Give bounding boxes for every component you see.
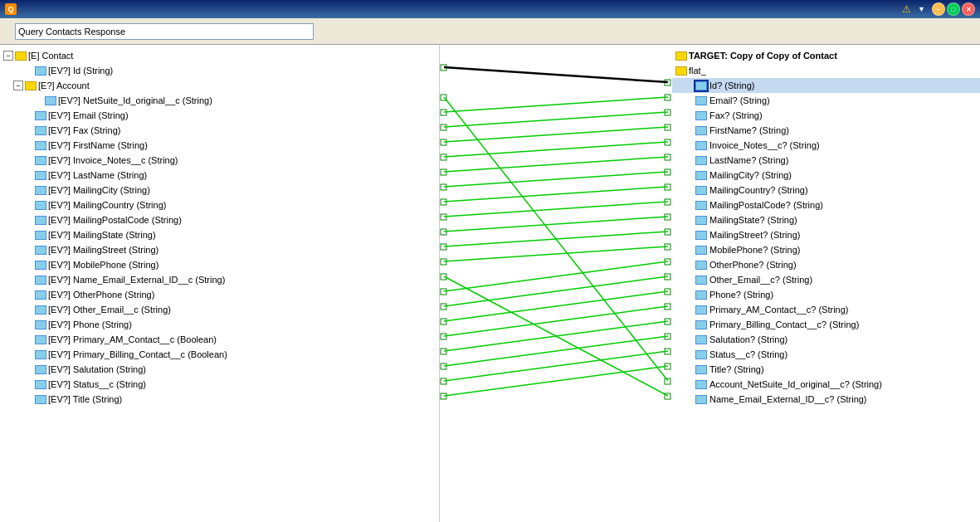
right-node-label: FirstName? (String) <box>709 125 789 135</box>
left-node-salutation[interactable]: [EV?] Salutation (String) <box>0 362 439 377</box>
folder-icon <box>25 81 37 90</box>
right-node-r_title[interactable]: Title? (String) <box>672 362 980 377</box>
left-node-invoice_notes[interactable]: [EV?] Invoice_Notes__c (String) <box>0 153 439 168</box>
left-node-primary_billing[interactable]: [EV?] Primary_Billing_Contact__c (Boolea… <box>0 347 439 362</box>
window-controls: − □ ✕ <box>932 2 975 16</box>
left-node-otherphone[interactable]: [EV?] OtherPhone (String) <box>0 287 439 302</box>
field-icon <box>35 201 46 210</box>
right-node-label: Email? (String) <box>709 95 770 105</box>
svg-rect-42 <box>665 378 670 384</box>
svg-line-54 <box>444 217 668 232</box>
right-node-label: MobilePhone? (String) <box>709 245 800 255</box>
svg-rect-4 <box>441 139 446 145</box>
field-icon <box>35 141 46 150</box>
right-node-r_mailingcountry[interactable]: MailingCountry? (String) <box>672 183 980 198</box>
svg-line-63 <box>444 336 668 366</box>
minimize-button[interactable]: − <box>932 2 945 16</box>
right-node-r_mailingstreet[interactable]: MailingStreet? (String) <box>672 227 980 242</box>
left-node-name_email[interactable]: [EV?] Name_Email_External_ID__c (String) <box>0 272 439 287</box>
right-node-r_fax[interactable]: Fax? (String) <box>672 108 980 123</box>
title-bar: Q ⚠ ▼ − □ ✕ <box>0 0 980 18</box>
field-icon <box>35 126 46 135</box>
flat-node[interactable]: flat_ <box>672 63 980 78</box>
right-node-r_phone[interactable]: Phone? (String) <box>672 287 980 302</box>
svg-rect-31 <box>665 214 670 220</box>
left-node-status_c[interactable]: [EV?] Status__c (String) <box>0 377 439 392</box>
left-node-mailingstate[interactable]: [EV?] MailingState (String) <box>0 227 439 242</box>
left-node-mailingcountry[interactable]: [EV?] MailingCountry (String) <box>0 198 439 212</box>
left-node-primary_am[interactable]: [EV?] Primary_AM_Contact__c (Boolean) <box>0 332 439 347</box>
svg-rect-21 <box>441 393 446 399</box>
right-node-r_invoice_notes[interactable]: Invoice_Notes__c? (String) <box>672 138 980 153</box>
status-dropdown-arrow[interactable]: ▼ <box>918 5 925 13</box>
node-label: [EV?] Invoice_Notes__c (String) <box>48 155 178 165</box>
right-node-r_primary_am[interactable]: Primary_AM_Contact__c? (String) <box>672 302 980 317</box>
right-node-label: MailingStreet? (String) <box>709 230 800 240</box>
right-node-r_email[interactable]: Email? (String) <box>672 93 980 108</box>
left-node-other_email[interactable]: [EV?] Other_Email__c (String) <box>0 302 439 317</box>
expand-icon[interactable]: − <box>3 51 13 61</box>
svg-line-65 <box>444 366 668 396</box>
right-node-label: Primary_AM_Contact__c? (String) <box>709 305 849 315</box>
svg-rect-23 <box>665 95 670 100</box>
node-label: [EV?] MailingStreet (String) <box>48 245 158 255</box>
left-node-phone[interactable]: [EV?] Phone (String) <box>0 317 439 332</box>
right-field-icon <box>695 395 707 404</box>
field-icon <box>35 246 46 255</box>
right-node-r_account_netsuite[interactable]: Account_NetSuite_Id_original__c? (String… <box>672 377 980 392</box>
right-node-r_id[interactable]: Id? (String) <box>672 78 980 93</box>
node-label: [EV?] Phone (String) <box>48 320 132 329</box>
left-node-account[interactable]: −[E?] Account <box>0 78 439 93</box>
svg-line-49 <box>444 142 668 157</box>
svg-line-44 <box>444 67 668 82</box>
right-field-icon <box>695 96 707 105</box>
right-node-r_salutation[interactable]: Salutation? (String) <box>672 332 980 347</box>
left-node-ev_id[interactable]: [EV?] Id (String) <box>0 63 439 78</box>
left-node-lastname[interactable]: [EV?] LastName (String) <box>0 168 439 183</box>
right-node-r_mailingpostalcode[interactable]: MailingPostalCode? (String) <box>672 198 980 212</box>
left-node-mailingcity[interactable]: [EV?] MailingCity (String) <box>0 183 439 198</box>
svg-rect-1 <box>441 95 446 100</box>
svg-line-57 <box>444 276 668 396</box>
name-input[interactable] <box>15 23 314 40</box>
flat-folder-icon <box>675 66 687 76</box>
field-icon <box>45 96 56 105</box>
left-node-title[interactable]: [EV?] Title (String) <box>0 392 439 407</box>
right-node-r_name_email[interactable]: Name_Email_External_ID__c? (String) <box>672 392 980 407</box>
right-node-r_mobilephone[interactable]: MobilePhone? (String) <box>672 242 980 257</box>
right-node-r_otherphone[interactable]: OtherPhone? (String) <box>672 257 980 272</box>
close-button[interactable]: ✕ <box>962 2 975 16</box>
expand-icon[interactable]: − <box>13 80 23 90</box>
right-node-r_status_c[interactable]: Status__c? (String) <box>672 347 980 362</box>
right-node-r_lastname[interactable]: LastName? (String) <box>672 153 980 168</box>
left-node-email[interactable]: [EV?] Email (String) <box>0 108 439 123</box>
right-node-r_mailingstate[interactable]: MailingState? (String) <box>672 212 980 227</box>
svg-rect-43 <box>665 393 670 399</box>
field-icon <box>35 350 46 359</box>
left-node-contact[interactable]: −[E] Contact <box>0 48 439 63</box>
right-node-r_primary_billing[interactable]: Primary_Billing_Contact__c? (String) <box>672 317 980 332</box>
right-field-icon <box>695 186 707 195</box>
field-icon <box>35 261 46 270</box>
left-node-fax[interactable]: [EV?] Fax (String) <box>0 123 439 138</box>
right-node-label: Salutation? (String) <box>709 334 787 344</box>
right-node-r_firstname[interactable]: FirstName? (String) <box>672 123 980 138</box>
left-node-mailingstreet[interactable]: [EV?] MailingStreet (String) <box>0 242 439 257</box>
svg-rect-38 <box>665 319 670 324</box>
svg-line-46 <box>444 97 668 112</box>
left-node-mailingpostalcode[interactable]: [EV?] MailingPostalCode (String) <box>0 212 439 227</box>
svg-rect-25 <box>665 124 670 130</box>
right-node-r_mailingcity[interactable]: MailingCity? (String) <box>672 168 980 183</box>
left-node-firstname[interactable]: [EV?] FirstName (String) <box>0 138 439 153</box>
svg-rect-0 <box>441 65 446 71</box>
left-node-mobilephone[interactable]: [EV?] MobilePhone (String) <box>0 257 439 272</box>
right-node-label: Account_NetSuite_Id_original__c? (String… <box>709 379 882 389</box>
maximize-button[interactable]: □ <box>947 2 960 16</box>
right-node-label: Status__c? (String) <box>709 349 787 359</box>
right-node-r_other_email[interactable]: Other_Email__c? (String) <box>672 272 980 287</box>
field-icon <box>35 156 46 165</box>
svg-line-58 <box>444 261 668 291</box>
left-node-netsuite_id[interactable]: [EV?] NetSuite_Id_original__c (String) <box>0 93 439 108</box>
svg-rect-11 <box>441 244 446 250</box>
svg-rect-27 <box>665 154 670 160</box>
